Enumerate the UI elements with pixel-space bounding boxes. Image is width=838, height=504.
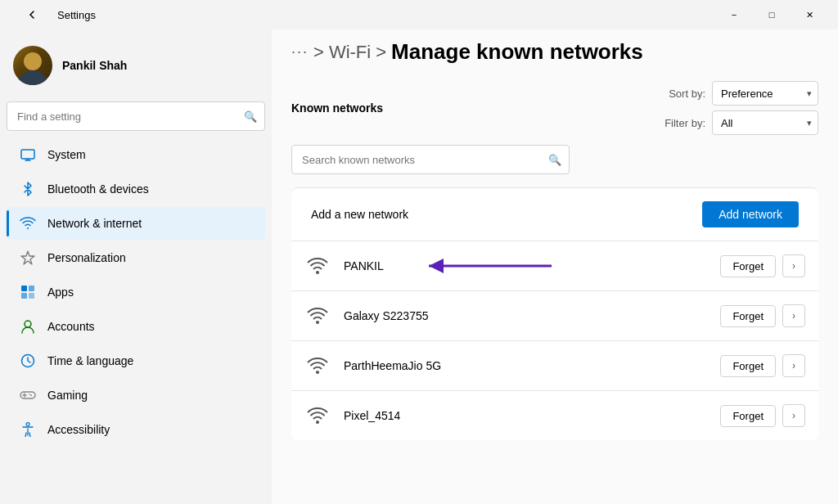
time-icon	[20, 353, 36, 369]
sidebar-label-personalization: Personalization	[47, 251, 126, 264]
breadcrumb-wifi[interactable]: Wi-Fi	[329, 42, 371, 63]
sidebar-label-system: System	[47, 148, 86, 161]
svg-point-11	[316, 271, 319, 274]
network-actions-parth: Forget ›	[720, 354, 805, 377]
sort-row: Sort by: Preference Network name Last co…	[669, 81, 818, 106]
sort-filter-controls: Sort by: Preference Network name Last co…	[665, 81, 818, 135]
profile-name: Pankil Shah	[62, 59, 127, 72]
bluetooth-icon	[20, 181, 36, 197]
forget-button-pixel[interactable]: Forget	[720, 405, 776, 427]
breadcrumb-current: Manage known networks	[391, 39, 643, 65]
sidebar-label-network: Network & internet	[47, 217, 142, 230]
avatar	[13, 46, 52, 85]
close-button[interactable]: ✕	[791, 2, 828, 28]
sort-select[interactable]: Preference Network name Last connected	[712, 81, 818, 106]
search-input[interactable]	[7, 101, 265, 131]
sidebar-label-apps: Apps	[47, 286, 74, 299]
apps-icon	[20, 284, 36, 300]
chevron-button-pankil[interactable]: ›	[782, 254, 805, 277]
chevron-button-parth[interactable]: ›	[782, 354, 805, 377]
svg-rect-0	[21, 150, 34, 159]
sidebar-item-accounts[interactable]: Accounts	[7, 310, 265, 343]
sidebar-label-time: Time & language	[47, 354, 133, 367]
forget-button-pankil[interactable]: Forget	[720, 255, 776, 277]
content-area: ··· > Wi-Fi > Manage known networks Know…	[272, 29, 838, 504]
svg-point-10	[26, 423, 29, 426]
personalization-icon	[20, 250, 36, 266]
search-container: 🔍	[7, 101, 265, 131]
sidebar-item-bluetooth[interactable]: Bluetooth & devices	[7, 173, 265, 205]
search-networks-container: 🔍	[291, 145, 818, 174]
network-item-pankil: PANKIL Forget ›	[291, 241, 818, 291]
sort-select-wrapper: Preference Network name Last connected	[712, 81, 818, 106]
app-title: Settings	[57, 9, 96, 21]
network-item-parth: ParthHeemaJio 5G Forget ›	[291, 341, 818, 391]
breadcrumb: ··· > Wi-Fi > Manage known networks	[291, 39, 818, 65]
wifi-icon-galaxy	[304, 304, 331, 327]
svg-point-13	[316, 371, 319, 374]
svg-rect-1	[21, 286, 27, 291]
breadcrumb-sep2: >	[376, 42, 386, 63]
sidebar-label-accessibility: Accessibility	[47, 423, 110, 436]
back-button[interactable]	[13, 2, 51, 28]
sidebar-item-personalization[interactable]: Personalization	[7, 241, 265, 274]
known-networks-title: Known networks	[291, 101, 383, 115]
add-network-label: Add a new network	[311, 208, 408, 221]
user-profile[interactable]: Pankil Shah	[0, 36, 272, 101]
network-item-galaxy: Galaxy S223755 Forget ›	[291, 291, 818, 341]
svg-point-8	[30, 394, 32, 396]
chevron-button-galaxy[interactable]: ›	[782, 304, 805, 327]
filter-row: Filter by: All Secured Open	[665, 110, 818, 135]
app-body: Pankil Shah 🔍 System Bluetoo	[0, 29, 838, 504]
add-network-row: Add a new network Add network	[291, 187, 818, 241]
title-bar: Settings − □ ✕	[0, 0, 838, 29]
sidebar-item-time[interactable]: Time & language	[7, 344, 265, 377]
sort-by-label: Sort by:	[669, 88, 705, 100]
wifi-icon-pankil	[304, 254, 331, 277]
network-actions-galaxy: Forget ›	[720, 304, 805, 327]
maximize-button[interactable]: □	[753, 2, 791, 28]
minimize-button[interactable]: −	[715, 2, 753, 28]
content-header: ··· > Wi-Fi > Manage known networks	[272, 29, 838, 65]
filter-select[interactable]: All Secured Open	[712, 110, 818, 135]
add-network-button[interactable]: Add network	[702, 201, 799, 227]
wifi-icon-pixel	[304, 404, 331, 427]
search-networks-input[interactable]	[291, 145, 570, 174]
svg-rect-2	[29, 286, 34, 291]
chevron-button-pixel[interactable]: ›	[782, 404, 805, 427]
sidebar-item-gaming[interactable]: Gaming	[7, 379, 265, 412]
accessibility-icon	[20, 421, 36, 438]
sidebar-label-bluetooth: Bluetooth & devices	[47, 182, 149, 196]
sidebar-item-accessibility[interactable]: Accessibility	[7, 413, 265, 446]
network-list: PANKIL Forget ›	[291, 241, 818, 440]
wifi-icon-parth	[304, 354, 331, 377]
filter-by-label: Filter by:	[665, 117, 705, 129]
network-icon	[20, 215, 36, 232]
gaming-icon	[20, 387, 36, 403]
search-networks-icon: 🔍	[548, 154, 561, 166]
svg-point-5	[25, 321, 31, 327]
window-controls: − □ ✕	[715, 2, 828, 28]
network-name-parth: ParthHeemaJio 5G	[344, 359, 720, 372]
svg-point-12	[316, 321, 319, 324]
sidebar-label-accounts: Accounts	[47, 320, 95, 333]
forget-button-parth[interactable]: Forget	[720, 355, 776, 377]
forget-button-galaxy[interactable]: Forget	[720, 305, 776, 327]
sidebar: Pankil Shah 🔍 System Bluetoo	[0, 29, 272, 504]
network-name-galaxy: Galaxy S223755	[344, 309, 720, 322]
sidebar-item-apps[interactable]: Apps	[7, 276, 265, 308]
svg-rect-4	[29, 293, 34, 299]
svg-point-14	[316, 421, 319, 424]
filter-select-wrapper: All Secured Open	[712, 110, 818, 135]
network-name-pixel: Pixel_4514	[344, 409, 720, 422]
accounts-icon	[20, 318, 36, 335]
network-item-pixel: Pixel_4514 Forget ›	[291, 391, 818, 440]
sidebar-label-gaming: Gaming	[47, 389, 88, 402]
search-icon: 🔍	[244, 110, 257, 123]
sidebar-item-network[interactable]: Network & internet	[7, 207, 265, 240]
breadcrumb-dots[interactable]: ···	[291, 43, 309, 61]
networks-header: Known networks Sort by: Preference Netwo…	[272, 81, 838, 135]
network-actions-pixel: Forget ›	[720, 404, 805, 427]
svg-rect-3	[21, 293, 27, 299]
sidebar-item-system[interactable]: System	[7, 138, 265, 171]
